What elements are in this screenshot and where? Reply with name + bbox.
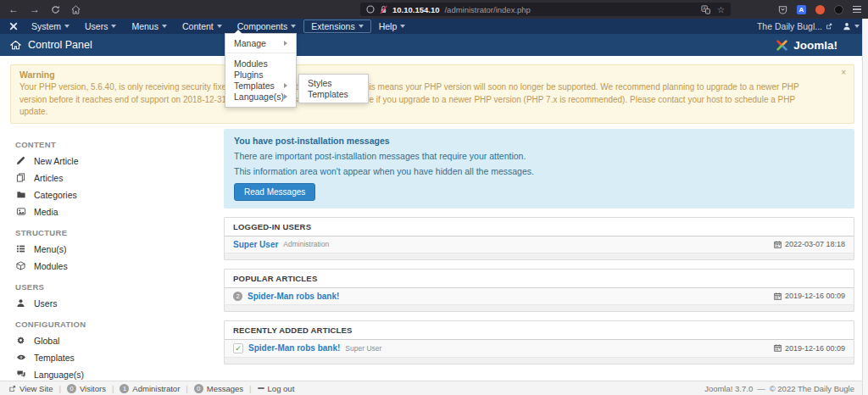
calendar-icon [774,344,782,352]
sidebar-item-languages[interactable]: Language(s) [15,370,224,380]
menu-extensions[interactable]: Extensions [303,19,370,33]
extension-a-icon[interactable]: A [797,5,806,14]
menu-menus[interactable]: Menus [124,19,175,33]
sidebar-item-templates[interactable]: Templates [15,353,224,363]
panel-title: RECENTLY ADDED ARTICLES [225,321,854,340]
comments-icon [15,370,26,379]
submenu-templates[interactable]: Templates [299,88,368,99]
menu-system[interactable]: System [24,19,77,33]
panel-footer [225,253,854,259]
chevron-right-icon [284,41,287,46]
menu-users[interactable]: Users [77,19,124,33]
joomla-logo-text: Joomla! [793,39,837,52]
back-arrow-icon[interactable]: ← [8,3,19,15]
chevron-down-icon [359,25,364,28]
sidebar-section-configuration: CONFIGURATION [15,320,224,329]
chevron-down-icon [400,25,405,28]
warning-title: Warning [19,70,845,80]
bookmark-star-icon[interactable]: ☆ [717,5,725,14]
table-row: Super User Administration 2022-03-07 18:… [225,236,854,253]
extensions-menu-manage[interactable]: Manage [225,37,296,48]
menu-divider [225,53,296,53]
sidebar-item-articles[interactable]: Articles [15,173,224,183]
messages-counter[interactable]: 0 Messages [194,384,243,393]
insecure-lock-icon[interactable] [380,5,387,14]
page-scrollbar[interactable] [862,19,868,395]
panel-footer [225,358,854,364]
sidebar-item-users[interactable]: Users [15,298,224,309]
postinstall-message-box: You have post-installation messages Ther… [224,129,854,209]
extensions-menu-modules[interactable]: Modules [225,58,296,69]
administrator-counter[interactable]: 1 Administrator [120,384,180,393]
browser-toolbar: ← → 10.10.154.10/administrator/index.php… [0,0,868,19]
count-badge: 0 [67,384,76,393]
close-icon[interactable]: × [841,69,846,77]
joomla-x-icon [8,21,19,31]
sidebar-item-media[interactable]: Media [15,207,224,217]
admin-statusbar: View Site | 0 Visitors | 1 Administrator… [0,381,868,395]
joomla-logo: Joomla! [775,38,837,53]
extensions-menu-plugins[interactable]: Plugins [225,69,296,80]
reload-icon[interactable] [51,5,60,14]
home-icon [10,40,21,50]
extensions-menu-templates[interactable]: Templates [225,80,296,91]
image-icon [15,207,26,216]
url-bar[interactable]: 10.10.154.10/administrator/index.php A ☆ [360,3,731,16]
chevron-down-icon [162,25,167,28]
article-link[interactable]: Spider-Man robs bank! [248,292,339,301]
row-date: 2022-03-07 18:18 [774,240,845,248]
count-badge: 1 [120,384,129,393]
forward-arrow-icon[interactable]: → [30,3,40,15]
logout-button[interactable]: Log out [258,384,295,393]
account-icon[interactable] [834,5,843,14]
list-icon [15,244,26,253]
postinstall-line1: There are important post-installation me… [234,151,844,161]
postinstall-line2: This information area won't appear when … [234,166,844,176]
divider: | [112,384,114,393]
sidebar-item-new-article[interactable]: New Article [15,156,224,166]
sidebar-item-categories[interactable]: Categories [15,190,224,200]
row-date: 2019-12-16 00:09 [774,344,845,353]
gear-icon [15,336,26,345]
submenu-styles[interactable]: Styles [299,77,368,88]
app-menu-icon[interactable] [853,6,861,14]
chevron-down-icon [217,25,222,28]
warning-body: Your PHP version, 5.6.40, is only receiv… [19,81,845,119]
home-icon[interactable] [71,5,81,14]
shield-icon[interactable] [366,5,375,14]
translate-icon[interactable]: A [701,5,710,14]
menu-help[interactable]: Help [371,19,414,33]
sidebar-section-users: USERS [15,282,224,292]
pocket-icon[interactable] [778,5,787,14]
published-check-icon[interactable]: ✓ [233,343,243,353]
read-messages-button[interactable]: Read Messages [234,183,315,201]
popular-articles-panel: POPULAR ARTICLES 2 Spider-Man robs bank!… [224,269,854,312]
calendar-icon [774,292,782,300]
view-site-link[interactable]: The Daily Bugl... [757,21,832,31]
user-menu[interactable] [843,22,860,31]
user-link[interactable]: Super User [233,240,278,249]
article-link[interactable]: Spider-Man robs bank! [248,343,340,353]
sidebar-item-menus[interactable]: Menu(s) [15,244,224,254]
extension-red-icon[interactable] [815,5,825,14]
postinstall-title: You have post-installation messages [234,136,844,146]
divider: | [249,384,251,393]
row-date: 2019-12-16 00:09 [774,292,845,300]
chevron-right-icon [284,83,287,88]
admin-sidebar: CONTENT New Article Articles Categories … [15,129,224,395]
admin-menubar: System Users Menus Content Components Ex… [0,19,868,34]
chevron-down-icon [291,25,296,28]
sidebar-item-modules[interactable]: Modules [15,261,224,271]
view-site-button[interactable]: View Site [8,384,53,393]
chevron-right-icon [284,94,287,99]
menu-content[interactable]: Content [175,19,230,33]
table-row: ✓ Spider-Man robs bank! Super User 2019-… [225,340,854,358]
php-warning-alert: Warning Your PHP version, 5.6.40, is onl… [10,64,854,124]
row-meta: Super User [345,344,381,353]
sidebar-section-structure: STRUCTURE [15,228,224,237]
calendar-icon [774,241,782,248]
pencil-icon [15,156,26,165]
extensions-menu-languages[interactable]: Language(s) [225,91,296,102]
sidebar-item-global[interactable]: Global [15,336,224,346]
visitors-counter[interactable]: 0 Visitors [67,384,106,393]
